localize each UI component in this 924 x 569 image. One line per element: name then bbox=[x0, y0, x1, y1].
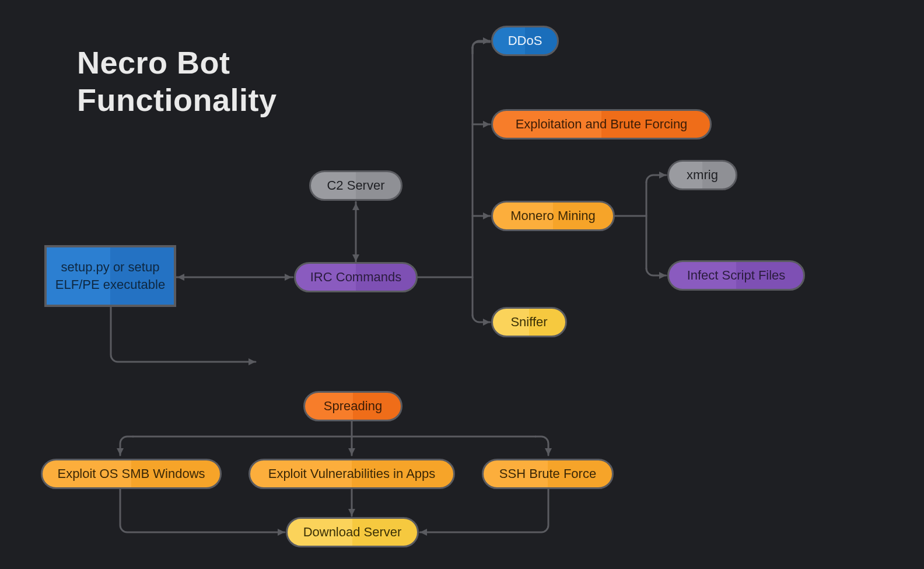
diagram-canvas: Necro Bot Functionality bbox=[0, 0, 924, 569]
node-c2-server-label: C2 Server bbox=[327, 178, 384, 193]
node-infect-script-files-label: Infect Script Files bbox=[687, 268, 786, 283]
node-monero-mining-label: Monero Mining bbox=[510, 208, 596, 224]
node-setup-executable: setup.py or setup ELF/PE executable bbox=[44, 245, 176, 307]
node-irc-commands-label: IRC Commands bbox=[310, 270, 401, 285]
edge-to-xmrig bbox=[646, 175, 666, 182]
edge-setup-to-spreading-area bbox=[111, 306, 256, 362]
node-sniffer: Sniffer bbox=[491, 307, 567, 337]
node-infect-script-files: Infect Script Files bbox=[667, 260, 805, 291]
node-monero-mining: Monero Mining bbox=[491, 201, 615, 231]
node-exploit-apps-label: Exploit Vulnerabilities in Apps bbox=[268, 466, 436, 481]
node-exploit-apps: Exploit Vulnerabilities in Apps bbox=[249, 459, 455, 489]
edge-to-sniffer bbox=[473, 315, 490, 322]
node-spreading-label: Spreading bbox=[324, 399, 382, 414]
edge-to-infect bbox=[646, 268, 666, 275]
node-xmrig: xmrig bbox=[667, 160, 737, 190]
edge-to-ddos bbox=[473, 42, 490, 48]
node-exploit-smb: Exploit OS SMB Windows bbox=[41, 459, 222, 489]
edge-ssh-to-download bbox=[420, 489, 548, 532]
node-spreading: Spreading bbox=[303, 391, 402, 421]
node-exploitation-brute-forcing-label: Exploitation and Brute Forcing bbox=[516, 117, 688, 132]
node-ssh-brute-force: SSH Brute Force bbox=[482, 459, 614, 489]
node-xmrig-label: xmrig bbox=[687, 167, 718, 183]
node-c2-server: C2 Server bbox=[309, 170, 402, 201]
node-download-server: Download Server bbox=[286, 517, 419, 547]
node-ddos: DDoS bbox=[491, 26, 559, 56]
title-line2: Functionality bbox=[77, 82, 277, 118]
node-ddos-label: DDoS bbox=[508, 33, 542, 48]
node-exploitation-brute-forcing: Exploitation and Brute Forcing bbox=[491, 109, 712, 139]
node-exploit-smb-label: Exploit OS SMB Windows bbox=[57, 466, 205, 481]
edge-smb-to-download bbox=[120, 489, 285, 532]
node-ssh-brute-force-label: SSH Brute Force bbox=[499, 466, 596, 481]
node-setup-executable-text: setup.py or setup ELF/PE executable bbox=[55, 259, 165, 293]
node-sniffer-label: Sniffer bbox=[510, 315, 547, 330]
node-download-server-label: Download Server bbox=[303, 525, 402, 540]
title-line1: Necro Bot bbox=[77, 44, 230, 81]
node-irc-commands: IRC Commands bbox=[294, 262, 418, 292]
